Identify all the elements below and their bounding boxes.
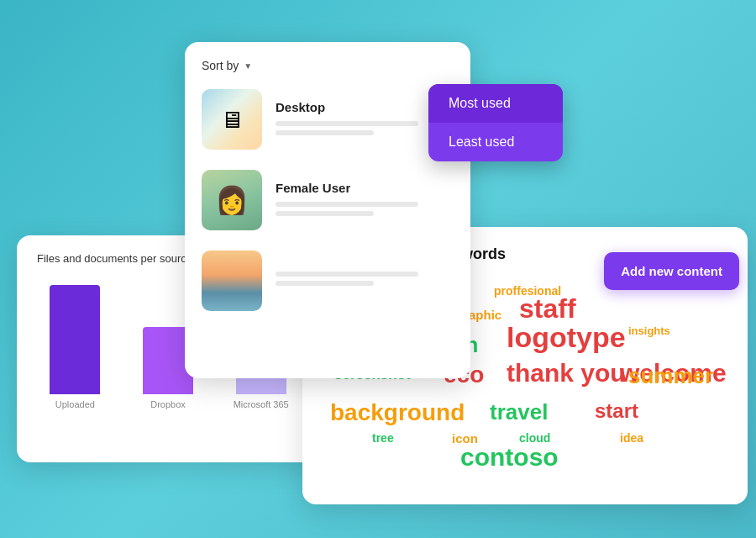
bar-uploaded [50,285,100,394]
word-thank-you: thank you [507,361,626,386]
list-item-desktop: Desktop [202,89,454,150]
word-travel: travel [490,401,548,423]
list-item-landscape [202,251,454,311]
sort-card: Sort by ▼ Desktop Female User [185,42,470,378]
bar-label-uploaded: Uploaded [55,399,95,409]
item-bar-short [276,130,374,135]
word-tree: tree [372,432,394,444]
thumbnail-female [202,170,262,230]
word-logotype: logotype [507,323,626,351]
word-background: background [330,401,465,425]
word-insights: insights [628,325,670,336]
item-name-desktop: Desktop [276,100,454,114]
bar-label-microsoft: Microsoft 365 [234,399,289,409]
word-summer: summer [628,365,713,387]
sort-header: Sort by ▼ [202,59,454,72]
list-item-female: Female User [202,170,454,230]
add-new-content-button[interactable]: Add new content [604,252,739,290]
thumbnail-desktop [202,89,262,150]
item-bar-long-3 [276,272,418,277]
dropdown-popup: Most used Least used [428,84,563,161]
dropdown-item-least-used[interactable]: Least used [428,123,563,161]
list-info-desktop: Desktop [276,100,454,140]
sort-arrow-icon[interactable]: ▼ [244,61,252,71]
item-bar-short-2 [276,211,374,216]
list-info-landscape [276,272,454,290]
item-name-female: Female User [276,181,454,195]
word-cloud: cloud [519,432,550,444]
sort-label: Sort by [202,59,239,72]
word-contoso: contoso [460,445,559,470]
dropdown-item-most-used[interactable]: Most used [428,84,563,123]
item-bar-short-3 [276,281,374,286]
word-start: start [595,401,638,421]
bar-group-uploaded: Uploaded [37,285,113,409]
word-staff: staff [519,295,576,322]
bar-label-dropbox: Dropbox [150,399,186,409]
word-idea: idea [620,432,643,444]
list-info-female: Female User [276,181,454,220]
item-bar-long [276,121,418,126]
item-bar-long-2 [276,202,418,207]
thumbnail-landscape [202,251,262,311]
